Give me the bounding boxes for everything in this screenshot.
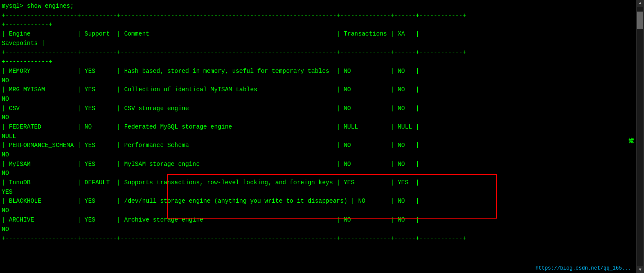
row-mrgmyisam-main: | MRG_MYISAM | YES | Collection of ident…: [0, 85, 617, 95]
prompt-line: mysql> show engines;: [0, 2, 617, 11]
sep-bottom-1: +--------------------+----------+-------…: [0, 234, 617, 243]
scrollbar-thumb[interactable]: [637, 12, 643, 29]
sep-top-2: +------------+: [0, 20, 617, 30]
row-archive-sp: NO: [0, 225, 617, 234]
sep-header-2: +------------+: [0, 57, 617, 67]
scrollbar[interactable]: ▲ ▼: [636, 0, 644, 273]
row-blackhole-sp: NO: [0, 206, 617, 216]
header-row-2: Savepoints |: [0, 39, 617, 48]
row-myisam-main: | MyISAM | YES | MyISAM storage engine |…: [0, 160, 617, 169]
row-mrgmyisam-sp: NO: [0, 95, 617, 104]
scrollbar-track[interactable]: [637, 7, 643, 266]
sep-header-1: +--------------------+----------+-------…: [0, 48, 617, 57]
row-memory-sp: NO: [0, 76, 617, 86]
bottom-url: https://blog.csdn.net/qq_165...: [536, 265, 631, 271]
row-myisam-sp: NO: [0, 169, 617, 178]
row-csv-sp: NO: [0, 113, 617, 123]
scroll-down-arrow[interactable]: ▼: [638, 267, 642, 273]
row-federated-sp: NULL: [0, 132, 617, 141]
row-federated-main: | FEDERATED | NO | Federated MySQL stora…: [0, 123, 617, 132]
terminal-window: mysql> show engines; +------------------…: [0, 0, 617, 243]
row-innodb-main: | InnoDB | DEFAULT | Supports transactio…: [0, 178, 617, 188]
row-memory-main: | MEMORY | YES | Hash based, stored in m…: [0, 67, 617, 76]
header-row-1: | Engine | Support | Comment | Transacti…: [0, 30, 617, 39]
row-blackhole-main: | BLACKHOLE | YES | /dev/null storage en…: [0, 197, 617, 206]
row-perfschema-sp: NO: [0, 150, 617, 160]
row-csv-main: | CSV | YES | CSV storage engine | NO | …: [0, 104, 617, 114]
row-innodb-sp: YES: [0, 188, 617, 197]
scroll-up-arrow[interactable]: ▲: [638, 0, 642, 6]
row-perfschema-main: | PERFORMANCE_SCHEMA | YES | Performance…: [0, 141, 617, 150]
sep-top-1: +--------------------+----------+-------…: [0, 11, 617, 21]
row-archive-main: | ARCHIVE | YES | Archive storage engine…: [0, 216, 617, 225]
